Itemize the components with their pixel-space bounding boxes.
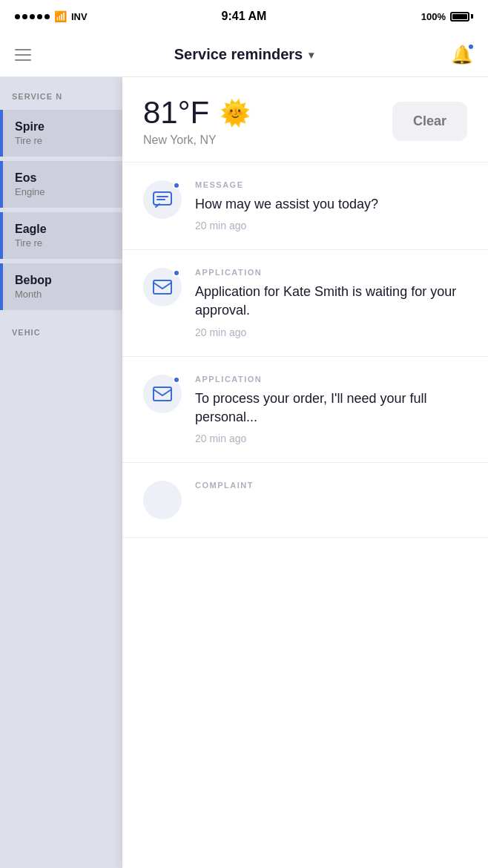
notification-complaint-content: COMPLAINT [195, 481, 467, 519]
sidebar-item-bebop-title: Bebop [15, 274, 111, 287]
chevron-down-icon[interactable]: ▾ [309, 49, 314, 61]
battery-percent: 100% [421, 11, 446, 22]
sidebar-item-eagle-content: Eagle Tire re [15, 223, 111, 249]
battery-fill [452, 14, 467, 19]
header: Service reminders ▾ 🔔 [0, 33, 488, 77]
sidebar-item-eos[interactable]: Eos Engine [0, 161, 122, 208]
envelope-icon-2 [153, 387, 172, 401]
signal-dot-4 [37, 14, 42, 19]
sidebar-item-spire-content: Spire Tire re [15, 120, 111, 146]
notification-badge [467, 43, 475, 50]
weather-city: New York, NY [143, 134, 251, 147]
notification-app2-badge [173, 376, 180, 384]
notification-app2-content: APPLICATION To process your order, I'll … [195, 375, 467, 444]
status-right: 100% [421, 11, 473, 22]
notification-app1-badge [173, 269, 180, 277]
signal-dot-2 [22, 14, 27, 19]
signal-dot-5 [44, 14, 50, 19]
weather-block: 81°F 🌞 New York, NY Clear [122, 77, 488, 162]
notification-app1-time: 20 min ago [195, 326, 467, 338]
sidebar: SERVICE N Spire Tire re Eos Engine Eagle… [0, 77, 122, 868]
sidebar-item-spire[interactable]: Spire Tire re [0, 110, 122, 157]
sidebar-item-eagle-sub: Tire re [15, 237, 111, 249]
signal-dot-1 [15, 14, 20, 19]
battery-tip [471, 14, 473, 19]
notification-message-content: MESSAGE How may we assist you today? 20 … [195, 180, 467, 231]
sidebar-item-bebop[interactable]: Bebop Month [0, 263, 122, 310]
notification-application-2[interactable]: APPLICATION To process your order, I'll … [122, 357, 488, 463]
title-text: Service reminders [174, 46, 303, 63]
notification-panel: 81°F 🌞 New York, NY Clear [122, 77, 488, 868]
svg-rect-3 [154, 280, 171, 294]
wifi-icon: 📶 [54, 10, 67, 22]
main-layout: SERVICE N Spire Tire re Eos Engine Eagle… [0, 77, 488, 868]
sidebar-item-bebop-content: Bebop Month [15, 274, 111, 300]
notification-app1-icon-wrap [143, 268, 182, 306]
svg-rect-0 [154, 192, 171, 205]
notification-complaint-type: COMPLAINT [195, 481, 467, 490]
hamburger-line-2 [15, 54, 31, 56]
notification-message-text: How may we assist you today? [195, 195, 467, 214]
message-icon [153, 191, 172, 208]
sidebar-item-eos-title: Eos [15, 171, 111, 185]
hamburger-line-3 [15, 59, 31, 61]
hamburger-line-1 [15, 49, 31, 50]
sidebar-item-spire-sub: Tire re [15, 135, 111, 146]
status-left: 📶 INV [15, 10, 88, 22]
sidebar-item-bebop-sub: Month [15, 289, 111, 300]
battery-body [450, 12, 469, 22]
notification-complaint-icon-wrap [143, 481, 182, 519]
notification-app2-text: To process your order, I'll need your fu… [195, 389, 467, 427]
notification-complaint[interactable]: COMPLAINT [122, 463, 488, 538]
notification-application-1[interactable]: APPLICATION Application for Kate Smith i… [122, 250, 488, 356]
sidebar-item-eos-content: Eos Engine [15, 171, 111, 197]
notification-message-type: MESSAGE [195, 180, 467, 189]
notification-message-icon-wrap [143, 180, 182, 219]
weather-info: 81°F 🌞 New York, NY [143, 95, 251, 147]
notification-message-time: 20 min ago [195, 220, 467, 231]
sidebar-item-eos-sub: Engine [15, 186, 111, 197]
signal-dots [15, 14, 50, 19]
sidebar-section-2-label: VEHIC [0, 328, 122, 346]
clear-button[interactable]: Clear [392, 102, 467, 141]
notification-app1-text: Application for Kate Smith is waiting fo… [195, 283, 467, 320]
notification-message[interactable]: MESSAGE How may we assist you today? 20 … [122, 162, 488, 250]
svg-rect-4 [154, 387, 171, 401]
sidebar-item-spire-title: Spire [15, 120, 111, 134]
sidebar-section-1-label: SERVICE N [0, 92, 122, 110]
notification-app2-type: APPLICATION [195, 375, 467, 384]
status-bar: 📶 INV 9:41 AM 100% [0, 0, 488, 33]
notification-complaint-icon-circle [143, 481, 182, 519]
battery-icon [450, 12, 473, 22]
temperature-value: 81°F [143, 95, 209, 131]
sidebar-item-eagle[interactable]: Eagle Tire re [0, 212, 122, 259]
notification-app1-type: APPLICATION [195, 268, 467, 277]
notification-app2-icon-wrap [143, 375, 182, 413]
envelope-icon [153, 280, 172, 295]
signal-dot-3 [30, 14, 35, 19]
sidebar-section-2: VEHIC [0, 328, 122, 346]
sidebar-item-eagle-title: Eagle [15, 223, 111, 236]
hamburger-menu-icon[interactable] [15, 49, 31, 61]
sun-icon: 🌞 [220, 98, 251, 128]
header-title: Service reminders ▾ [174, 46, 314, 63]
carrier-label: INV [71, 11, 88, 22]
weather-temperature: 81°F 🌞 [143, 95, 251, 131]
notification-message-badge [173, 182, 180, 189]
notification-app2-time: 20 min ago [195, 433, 467, 444]
notification-app1-content: APPLICATION Application for Kate Smith i… [195, 268, 467, 338]
status-time: 9:41 AM [222, 10, 267, 23]
notification-button[interactable]: 🔔 [451, 45, 473, 65]
